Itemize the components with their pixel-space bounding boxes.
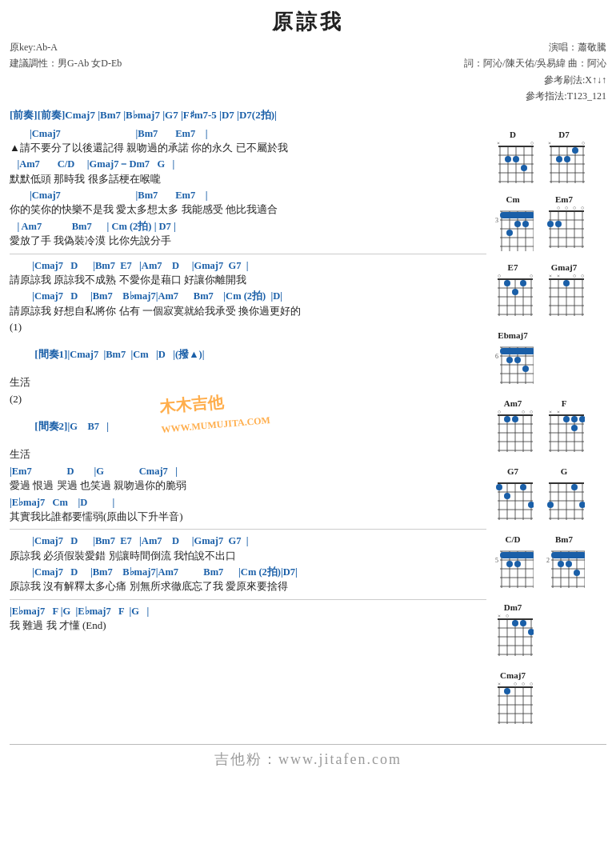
header-right: 演唱：蕭敬騰 詞：阿沁/陳天佑/吳易緯 曲：阿沁 參考刷法:X↑↓↑ 參考指法:… — [464, 39, 606, 105]
svg-rect-41 — [500, 212, 534, 218]
svg-text:○: ○ — [522, 681, 525, 687]
svg-point-28 — [556, 156, 562, 162]
key-line: 原key:Ab-A — [10, 39, 122, 55]
svg-text:×: × — [549, 409, 552, 415]
chord-CD: C/D 5 — [492, 534, 534, 594]
chord-row: |Cmaj7 |Bm7 Em7 | — [10, 127, 486, 140]
chord-row: |E♭maj7 F |G |E♭maj7 F |G | — [10, 605, 486, 618]
svg-text:○: ○ — [582, 140, 585, 146]
svg-point-206 — [520, 620, 526, 626]
chord-Em7-svg: ○ ○ ○ ○ — [543, 205, 585, 254]
finger-ref: 參考指法:T123_121 — [464, 88, 606, 104]
full-content: |Cmaj7 |Bm7 Em7 | ▲請不要分了以後還記得 親吻過的承諾 你的永… — [10, 127, 606, 736]
singer: 演唱：蕭敬騰 — [464, 39, 606, 55]
chord-Dm7: Dm7 × ○ — [492, 602, 534, 662]
svg-text:×: × — [549, 273, 552, 279]
svg-point-104 — [514, 357, 521, 363]
svg-point-136 — [571, 425, 578, 431]
svg-text:×: × — [557, 273, 560, 279]
svg-text:×: × — [498, 681, 501, 687]
svg-point-119 — [504, 416, 510, 422]
lyric-row: 請原諒我 好想自私將你 佔有 一個寂寞就給我承受 換你過更好的 — [10, 303, 486, 319]
chord-D7: D7 × ○ — [543, 130, 585, 186]
chord-F-svg: × × — [543, 409, 585, 458]
verse2: |Cmaj7 |Bm7 Em7 | 你的笑你的快樂不是我 愛太多想太多 我能感受… — [10, 189, 486, 249]
svg-point-191 — [566, 561, 572, 567]
svg-text:○: ○ — [573, 205, 576, 211]
svg-text:○: ○ — [530, 681, 533, 687]
svg-point-120 — [512, 416, 518, 422]
svg-rect-102 — [500, 348, 534, 354]
chord-E7: E7 ○ ○ — [492, 262, 534, 322]
footer: 吉他粉：www.jitafen.com — [10, 744, 606, 769]
strum-ref: 參考刷法:X↑↓↑ — [464, 72, 606, 88]
chord-Cm: Cm 3 — [492, 194, 534, 254]
svg-text:○: ○ — [573, 273, 576, 279]
header: 原諒我 — [10, 8, 606, 36]
svg-point-135 — [579, 416, 585, 422]
svg-point-75 — [512, 289, 518, 295]
svg-rect-189 — [551, 552, 585, 558]
chord-row: |E♭maj7 Cm |D | — [10, 496, 486, 509]
svg-text:○: ○ — [565, 205, 568, 211]
lyric-row: 其實我比誰都要懦弱(原曲以下升半音) — [10, 509, 486, 525]
chord-D: D × — [492, 130, 534, 186]
chord-Gmaj7: Gmaj7 × × ○ ○ — [543, 262, 585, 322]
lyrics-area: |Cmaj7 |Bm7 Em7 | ▲請不要分了以後還記得 親吻過的承諾 你的永… — [10, 127, 486, 736]
chord-Ebmaj7-svg: 6 — [492, 341, 534, 390]
chord-row: |Cmaj7 D |Bm7 B♭maj7|Am7 Bm7 |Cm (2拍)|D7… — [10, 566, 486, 578]
interlude2: [間奏2]|G B7 | 生活 — [10, 407, 486, 462]
svg-point-147 — [496, 484, 502, 490]
svg-point-59 — [547, 221, 554, 227]
svg-text:5: 5 — [495, 557, 498, 564]
svg-text:○: ○ — [506, 613, 509, 619]
chord-row: |Cmaj7 D |Bm7 B♭maj7|Am7 Bm7 |Cm (2拍) |D… — [10, 290, 486, 302]
svg-point-74 — [520, 280, 526, 286]
verse1: |Cmaj7 |Bm7 Em7 | ▲請不要分了以後還記得 親吻過的承諾 你的永… — [10, 127, 486, 187]
svg-text:○: ○ — [557, 205, 560, 211]
chord-diagrams: D × — [486, 127, 606, 736]
chord-Cmaj7-svg: × ○ ○ ○ — [492, 681, 534, 730]
svg-text:3: 3 — [495, 217, 498, 224]
svg-point-105 — [522, 366, 529, 372]
bracket1: (1) — [10, 321, 486, 334]
chord-Cm-svg: 3 — [492, 205, 534, 254]
song-title: 原諒我 — [10, 8, 606, 36]
svg-point-162 — [571, 484, 578, 490]
svg-point-161 — [547, 502, 554, 508]
svg-point-133 — [563, 416, 570, 422]
divider — [10, 529, 486, 530]
chorus2: |Cmaj7 D |Bm7 E7 |Am7 D |Gmaj7 G7 | 原諒我 … — [10, 534, 486, 594]
svg-point-176 — [506, 561, 513, 567]
chord-Ebmaj7: Ebmaj7 6 — [492, 330, 534, 390]
svg-text:○: ○ — [581, 273, 584, 279]
svg-point-190 — [558, 561, 564, 567]
svg-point-103 — [506, 357, 513, 363]
svg-point-27 — [572, 147, 578, 154]
svg-point-192 — [574, 570, 580, 576]
divider — [10, 254, 486, 254]
svg-point-44 — [506, 230, 513, 236]
lyric-row: ▲請不要分了以後還記得 親吻過的承諾 你的永久 已不屬於我 — [10, 140, 486, 156]
lyric-row: 愛過 恨過 哭過 也笑過 親吻過你的脆弱 — [10, 478, 486, 494]
svg-point-13 — [505, 156, 511, 162]
chord-Em7: Em7 ○ ○ ○ ○ — [543, 194, 585, 254]
svg-text:○: ○ — [530, 273, 533, 279]
chord-D-svg: × ○ — [492, 140, 534, 186]
svg-text:○: ○ — [498, 409, 501, 415]
chord-G-svg — [543, 477, 585, 526]
svg-text:○: ○ — [522, 409, 525, 415]
interlude1: [間奏1]|Cmaj7 |Bm7 |Cm |D |(撥▲)| 生活 — [10, 335, 486, 390]
footer-text: 吉他粉：www.jitafen.com — [10, 750, 606, 769]
svg-text:×: × — [498, 613, 501, 619]
svg-text:○: ○ — [498, 273, 501, 279]
chord-Bm7: Bm7 2 — [543, 534, 585, 594]
svg-point-90 — [563, 280, 570, 286]
svg-point-177 — [514, 561, 521, 567]
svg-point-60 — [555, 221, 562, 227]
svg-point-148 — [520, 484, 526, 490]
chord-row: |Cmaj7 D |Bm7 E7 |Am7 D |Gmaj7 G7 | — [10, 259, 486, 272]
svg-point-29 — [564, 156, 570, 162]
chord-row: |Cmaj7 |Bm7 Em7 | — [10, 189, 486, 202]
svg-point-14 — [521, 165, 527, 171]
